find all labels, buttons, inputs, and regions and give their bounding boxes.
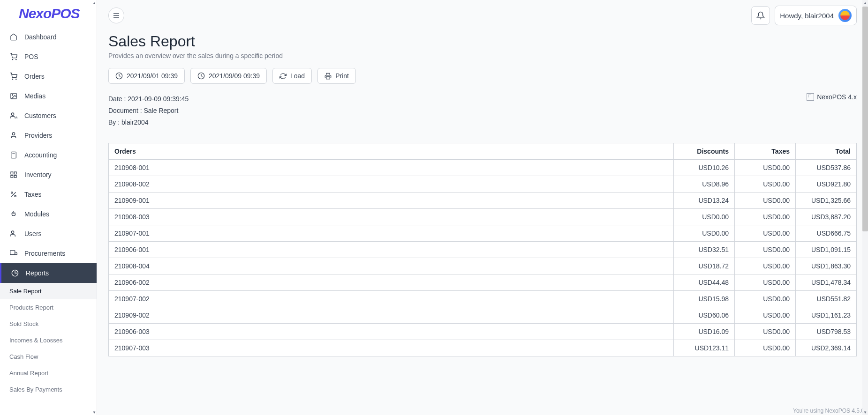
sidebar-sub-sales-by-payments[interactable]: Sales By Payments	[0, 381, 97, 398]
cell-order: 210908-003	[109, 208, 674, 225]
page-scrollbar[interactable]: ▲ ▼	[862, 0, 868, 415]
brand-logo: NexoPOS	[0, 0, 97, 27]
cell-total: USD1,325.66	[796, 192, 857, 208]
sidebar-sub-label: Annual Report	[9, 370, 48, 377]
table-row: 210908-001USD10.26USD0.00USD537.86	[109, 159, 857, 176]
sidebar-item-taxes[interactable]: Taxes	[0, 185, 97, 204]
sidebar-item-pos[interactable]: POS	[0, 47, 97, 67]
sidebar-item-modules[interactable]: Modules	[0, 204, 97, 224]
chart-pie-icon	[11, 269, 19, 277]
svg-rect-18	[10, 251, 15, 255]
table-row: 210907-001USD0.00USD0.00USD666.75	[109, 225, 857, 241]
cell-order: 210908-001	[109, 159, 674, 176]
scroll-down-icon[interactable]: ▼	[862, 409, 868, 415]
sidebar-item-medias[interactable]: Medias	[0, 86, 97, 106]
cell-discounts: USD60.06	[674, 307, 735, 323]
sidebar-sub-sale-report[interactable]: Sale Report	[0, 283, 97, 299]
table-row: 210909-001USD13.24USD0.00USD1,325.66	[109, 192, 857, 208]
scroll-up-icon[interactable]: ▲	[91, 0, 97, 6]
svg-rect-13	[11, 175, 13, 178]
meta-date: Date : 2021-09-09 09:39:45	[108, 93, 189, 105]
cart-plus-icon	[9, 72, 18, 81]
cell-order: 210906-002	[109, 274, 674, 290]
load-label: Load	[290, 72, 305, 80]
svg-rect-10	[11, 172, 13, 174]
cart-icon	[9, 52, 18, 61]
sidebar-item-accounting[interactable]: Accounting	[0, 145, 97, 165]
cell-total: USD1,478.34	[796, 274, 857, 290]
cell-total: USD1,091.15	[796, 241, 857, 258]
main-area: Howdy, blair2004 Sales Report Provides a…	[97, 0, 868, 415]
cell-order: 210907-002	[109, 290, 674, 307]
sidebar-item-users[interactable]: Users	[0, 224, 97, 244]
print-label: Print	[335, 72, 349, 80]
page-subtitle: Provides an overview over the sales duri…	[108, 52, 857, 59]
controls-row: 2021/09/01 09:39 2021/09/09 09:39 Load P…	[108, 68, 857, 84]
cell-discounts: USD44.48	[674, 274, 735, 290]
sidebar-sub-label: Products Report	[9, 304, 53, 311]
table-row: 210906-001USD32.51USD0.00USD1,091.15	[109, 241, 857, 258]
sidebar-item-providers[interactable]: Providers	[0, 126, 97, 145]
cell-total: USD2,369.14	[796, 340, 857, 356]
svg-point-1	[16, 59, 16, 59]
cell-taxes: USD0.00	[735, 176, 796, 192]
meta-by: By : blair2004	[108, 117, 189, 128]
sidebar-sub-label: Sale Report	[9, 288, 42, 295]
sidebar-item-label: Dashboard	[24, 33, 57, 41]
sidebar-item-customers[interactable]: Customers	[0, 106, 97, 126]
sidebar-sub-label: Sold Stock	[9, 320, 38, 327]
notifications-button[interactable]	[751, 6, 770, 25]
cell-discounts: USD0.00	[674, 208, 735, 225]
scroll-down-icon[interactable]: ▼	[91, 409, 97, 415]
sidebar-item-procurements[interactable]: Procurements	[0, 244, 97, 263]
sidebar-sub-products-report[interactable]: Products Report	[0, 299, 97, 316]
broken-image-icon	[807, 93, 814, 101]
scroll-thumb[interactable]	[862, 7, 868, 231]
sidebar-sub-label: Sales By Payments	[9, 386, 62, 393]
load-button[interactable]: Load	[272, 68, 312, 84]
cell-taxes: USD0.00	[735, 159, 796, 176]
percent-icon	[9, 190, 18, 199]
print-button[interactable]: Print	[317, 68, 356, 84]
user-menu[interactable]: Howdy, blair2004	[775, 6, 857, 25]
sidebar-sub-label: Incomes & Loosses	[9, 337, 62, 344]
sidebar-item-dashboard[interactable]: Dashboard	[0, 27, 97, 47]
sidebar-scrollbar[interactable]: ▲ ▼	[91, 0, 97, 415]
sidebar-item-inventory[interactable]: Inventory	[0, 165, 97, 185]
users-icon	[9, 111, 18, 120]
cell-discounts: USD0.00	[674, 225, 735, 241]
menu-icon	[113, 12, 120, 19]
cell-taxes: USD0.00	[735, 241, 796, 258]
user-tie-icon	[9, 131, 18, 140]
svg-point-5	[12, 95, 13, 96]
sidebar-item-orders[interactable]: Orders	[0, 67, 97, 86]
sidebar-sub-cash-flow[interactable]: Cash Flow	[0, 348, 97, 365]
sidebar-item-reports[interactable]: Reports	[0, 263, 97, 283]
cell-total: USD666.75	[796, 225, 857, 241]
date-from-input[interactable]: 2021/09/01 09:39	[108, 68, 185, 84]
toggle-sidebar-button[interactable]	[108, 7, 124, 23]
clock-icon	[115, 72, 123, 80]
sidebar-item-label: Users	[24, 230, 42, 237]
date-to-input[interactable]: 2021/09/09 09:39	[190, 68, 267, 84]
sidebar-sub-sold-stock[interactable]: Sold Stock	[0, 316, 97, 332]
boxes-icon	[9, 170, 18, 179]
user-greeting: Howdy, blair2004	[780, 12, 834, 20]
sidebar-sub-incomes-losses[interactable]: Incomes & Loosses	[0, 332, 97, 348]
sales-table: Orders Discounts Taxes Total 210908-001U…	[108, 143, 857, 356]
meta-document: Document : Sale Report	[108, 105, 189, 117]
sidebar-sub-annual-report[interactable]: Annual Report	[0, 365, 97, 381]
calculator-icon	[9, 151, 18, 159]
cell-taxes: USD0.00	[735, 307, 796, 323]
scroll-up-icon[interactable]: ▲	[862, 0, 868, 6]
cell-total: USD798.53	[796, 323, 857, 340]
cell-taxes: USD0.00	[735, 225, 796, 241]
cell-taxes: USD0.00	[735, 323, 796, 340]
svg-rect-11	[14, 172, 16, 174]
truck-icon	[9, 249, 18, 258]
cell-order: 210909-002	[109, 307, 674, 323]
cell-discounts: USD15.98	[674, 290, 735, 307]
svg-point-6	[11, 113, 14, 115]
table-row: 210908-004USD18.72USD0.00USD1,863.30	[109, 258, 857, 274]
sidebar-item-label: Providers	[24, 132, 52, 139]
